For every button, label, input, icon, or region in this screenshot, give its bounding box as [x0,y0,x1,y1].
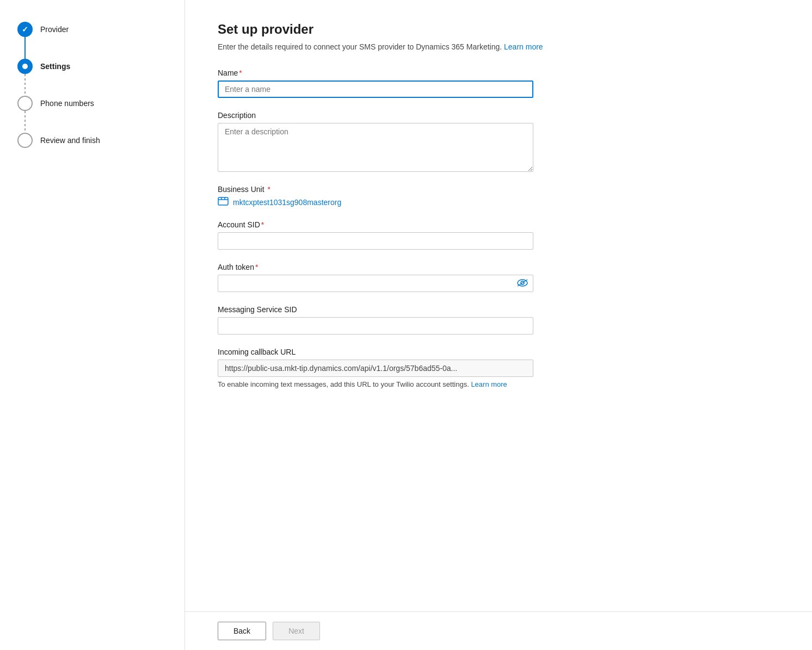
page-subtitle: Enter the details required to connect yo… [218,42,779,51]
step-label-phone: Phone numbers [40,99,94,108]
connector-phone-review [24,111,26,133]
settings-form: Name* Description Business Unit * [218,69,533,388]
step-circle-provider [17,22,33,37]
step-label-settings: Settings [40,62,70,71]
wizard-sidebar: Provider Settings Phone numbers Review a… [0,0,185,650]
step-settings: Settings [17,59,167,74]
auth-token-field-wrapper [218,275,533,292]
auth-token-group: Auth token* [218,263,533,292]
main-content: Set up provider Enter the details requir… [185,0,812,650]
messaging-service-sid-group: Messaging Service SID [218,305,533,335]
description-group: Description [218,111,533,172]
callback-url-group: Incoming callback URL https://public-usa… [218,348,533,388]
connector-settings-phone [24,74,26,96]
step-label-review: Review and finish [40,136,100,145]
back-button[interactable]: Back [218,622,266,640]
account-sid-group: Account SID* [218,220,533,250]
business-unit-text: mktcxptest1031sg908masterorg [233,198,341,207]
name-input[interactable] [218,81,533,98]
messaging-service-sid-input[interactable] [218,317,533,335]
step-phone-numbers: Phone numbers [17,96,167,111]
auth-token-input[interactable] [218,275,533,292]
auth-token-label: Auth token* [218,263,533,271]
connector-provider-settings [24,37,26,59]
callback-hint: To enable incoming text messages, add th… [218,380,533,388]
step-review: Review and finish [17,133,167,148]
step-circle-settings [17,59,33,74]
account-sid-label: Account SID* [218,220,533,229]
wizard-footer: Back Next [185,611,812,650]
description-label: Description [218,111,533,120]
svg-rect-0 [218,197,228,205]
name-label: Name* [218,69,533,77]
step-provider: Provider [17,22,167,37]
step-circle-phone [17,96,33,111]
step-circle-review [17,133,33,148]
subtitle-text: Enter the details required to connect yo… [218,42,502,51]
callback-learn-more-link[interactable]: Learn more [471,380,507,388]
business-unit-label: Business Unit * [218,185,533,194]
toggle-password-icon[interactable] [517,279,528,288]
name-group: Name* [218,69,533,98]
callback-url-display: https://public-usa.mkt-tip.dynamics.com/… [218,360,533,377]
business-unit-value[interactable]: mktcxptest1031sg908masterorg [218,197,533,207]
description-input[interactable] [218,123,533,172]
business-unit-group: Business Unit * mktcxptest1031sg908maste… [218,185,533,207]
learn-more-link[interactable]: Learn more [504,42,543,51]
account-sid-input[interactable] [218,232,533,250]
callback-url-label: Incoming callback URL [218,348,533,356]
messaging-service-sid-label: Messaging Service SID [218,305,533,314]
next-button[interactable]: Next [273,622,320,640]
business-unit-icon [218,197,229,207]
step-label-provider: Provider [40,25,69,34]
page-title: Set up provider [218,22,779,37]
